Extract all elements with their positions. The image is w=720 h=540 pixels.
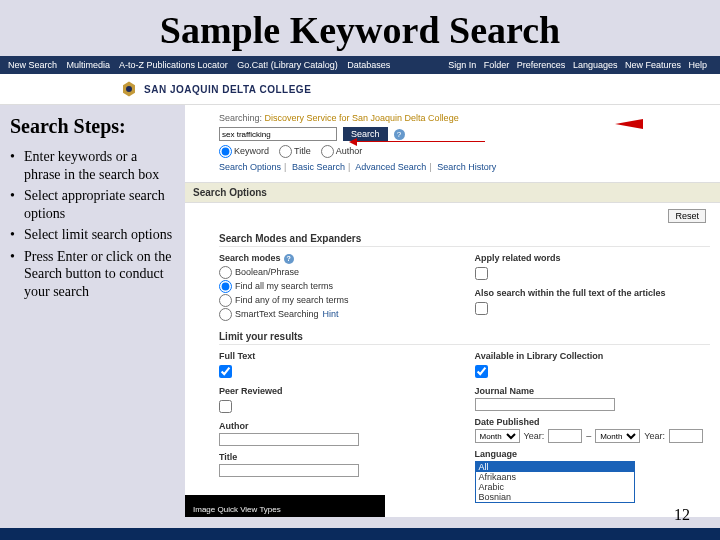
nav-preferences[interactable]: Preferences [517, 60, 566, 70]
step-2: •Select appropriate search options [10, 187, 173, 222]
apply-related-label: Apply related words [475, 253, 711, 263]
peer-label: Peer Reviewed [219, 386, 455, 396]
field-keyword[interactable]: Keyword [219, 145, 269, 158]
nav-multimedia[interactable]: Multimedia [67, 60, 111, 70]
hint-link[interactable]: Hint [323, 309, 339, 319]
available-checkbox[interactable] [475, 365, 488, 378]
lang-bosnian: Bosnian [476, 492, 634, 502]
searching-service: Discovery Service for San Joaquin Delta … [265, 113, 459, 123]
nav-folder[interactable]: Folder [484, 60, 510, 70]
available-label: Available in Library Collection [475, 351, 711, 361]
author-label: Author [219, 421, 455, 431]
slide-title: Sample Keyword Search [0, 0, 720, 56]
title-input[interactable] [219, 464, 359, 477]
info-icon[interactable]: ? [284, 254, 294, 264]
link-search-options[interactable]: Search Options [219, 162, 281, 172]
lang-arabic: Arabic [476, 482, 634, 492]
nav-signin[interactable]: Sign In [448, 60, 476, 70]
annotation-arrow-keyword-icon [355, 141, 485, 142]
college-logo-icon [120, 80, 138, 98]
step-4: •Press Enter or click on the Search butt… [10, 248, 173, 301]
college-bar: SAN JOAQUIN DELTA COLLEGE [0, 74, 720, 105]
title-label: Title [219, 452, 455, 462]
sidebar: Search Steps: •Enter keywords or a phras… [0, 105, 185, 517]
annotation-arrow-search-icon [615, 119, 643, 129]
searching-label: Searching: [219, 113, 262, 123]
apply-related-checkbox[interactable] [475, 267, 488, 280]
lang-afrikaans: Afrikaans [476, 472, 634, 482]
mode-findall[interactable]: Find all my search terms [219, 280, 455, 293]
fulltext-checkbox[interactable] [219, 365, 232, 378]
nav-gocat[interactable]: Go.Cat! (Library Catalog) [237, 60, 338, 70]
college-name: SAN JOAQUIN DELTA COLLEGE [144, 84, 311, 95]
limit-header: Limit your results [219, 327, 710, 345]
search-modes-label: Search modes? [219, 253, 455, 264]
nav-languages[interactable]: Languages [573, 60, 618, 70]
mode-findany[interactable]: Find any of my search terms [219, 294, 455, 307]
language-label: Language [475, 449, 711, 459]
language-select[interactable]: All Afrikaans Arabic Bosnian [475, 461, 635, 503]
sidebar-heading: Search Steps: [10, 115, 173, 138]
top-nav: New Search Multimedia A-to-Z Publication… [0, 56, 720, 74]
date-dash: – [586, 431, 591, 441]
author-input[interactable] [219, 433, 359, 446]
mode-smarttext[interactable]: SmartText SearchingHint [219, 308, 455, 321]
fulltext-label: Full Text [219, 351, 455, 361]
search-panel: Searching: Discovery Service for San Joa… [185, 105, 720, 517]
lang-all: All [476, 462, 634, 472]
nav-new-search[interactable]: New Search [8, 60, 57, 70]
nav-az-locator[interactable]: A-to-Z Publications Locator [119, 60, 228, 70]
nav-databases[interactable]: Databases [347, 60, 390, 70]
field-title[interactable]: Title [279, 145, 311, 158]
year-label-1: Year: [524, 431, 545, 441]
help-icon[interactable]: ? [394, 129, 405, 140]
footer-caption-bar: Image Quick View Types [185, 495, 385, 517]
svg-point-0 [126, 86, 132, 92]
year-label-2: Year: [644, 431, 665, 441]
search-input[interactable] [219, 127, 337, 141]
step-1: •Enter keywords or a phrase in the searc… [10, 148, 173, 183]
also-fulltext-checkbox[interactable] [475, 302, 488, 315]
link-search-history[interactable]: Search History [437, 162, 496, 172]
journal-input[interactable] [475, 398, 615, 411]
field-author[interactable]: Author [321, 145, 363, 158]
step-3: •Select limit search options [10, 226, 173, 244]
search-options-header: Search Options [185, 182, 720, 203]
link-basic-search[interactable]: Basic Search [292, 162, 345, 172]
date-to-year[interactable] [669, 429, 703, 443]
page-number: 12 [674, 506, 690, 524]
nav-newfeatures[interactable]: New Features [625, 60, 681, 70]
datepub-label: Date Published [475, 417, 711, 427]
nav-help[interactable]: Help [688, 60, 707, 70]
date-from-year[interactable] [548, 429, 582, 443]
reset-button[interactable]: Reset [668, 209, 706, 223]
link-advanced-search[interactable]: Advanced Search [355, 162, 426, 172]
peer-checkbox[interactable] [219, 400, 232, 413]
modes-header: Search Modes and Expanders [219, 229, 710, 247]
date-from-month[interactable]: Month [475, 429, 520, 443]
mode-boolean[interactable]: Boolean/Phrase [219, 266, 455, 279]
footer-bar [0, 528, 720, 540]
date-to-month[interactable]: Month [595, 429, 640, 443]
also-fulltext-label: Also search within the full text of the … [475, 288, 711, 298]
journal-label: Journal Name [475, 386, 711, 396]
